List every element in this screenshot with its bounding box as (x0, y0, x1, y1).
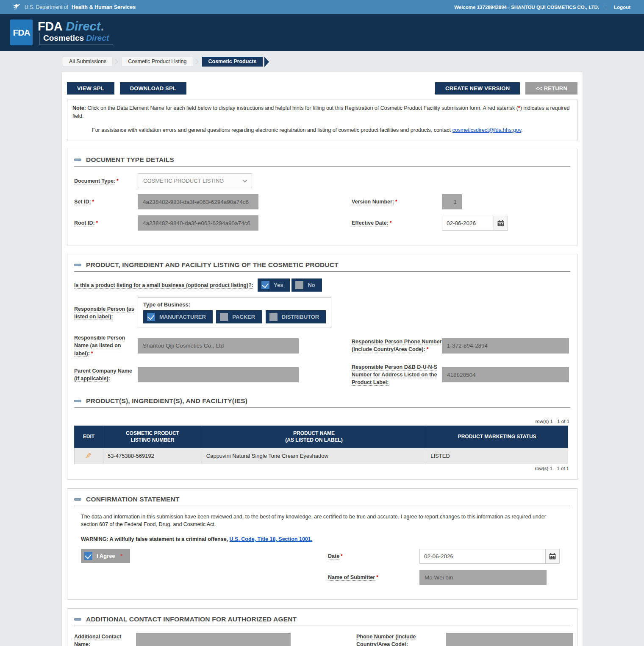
effective-date-label: Effective Date:* (352, 219, 442, 227)
instructions-note: Note: Click on the Data Element Name for… (67, 100, 577, 140)
app-title-period: . (100, 19, 104, 33)
section-title: PRODUCT, INGREDIENT AND FACILITY LISTING… (86, 261, 339, 269)
cell-product-name: Cappuvini Natural Single Tone Cream Eyes… (202, 448, 426, 464)
responsible-person-name-label: Responsible Person Name (as listed on la… (74, 334, 138, 357)
edit-pencil-icon[interactable]: ✎ (86, 451, 92, 460)
packer-label: PACKER (232, 314, 255, 320)
warning-text: WARNING: A willfully false statement is … (81, 536, 230, 542)
checkbox-checked-icon (147, 313, 155, 321)
packer-checkbox[interactable]: PACKER (216, 310, 262, 323)
small-business-no-checkbox[interactable]: No (291, 278, 322, 292)
name-of-submitter-field: Ma Wei bin (419, 570, 547, 585)
app-subtitle: Cosmetics Direct (39, 33, 113, 45)
collapse-section-icon[interactable] (74, 498, 81, 501)
no-label: No (308, 282, 315, 288)
breadcrumb-separator-icon (113, 59, 118, 64)
required-asterisk: * (91, 351, 93, 356)
note-text-before: Click on the Data Element Name for each … (86, 105, 518, 111)
responsible-person-duns-label: Responsible Person D&B D-U-N-S Number fo… (352, 363, 442, 386)
required-asterisk: * (92, 199, 94, 205)
us-code-link[interactable]: U.S. Code, Title 18, Section 1001. (230, 536, 313, 542)
type-of-business-label: Type of Business: (143, 301, 326, 308)
checkbox-checked-icon (261, 281, 269, 289)
calendar-icon[interactable] (494, 216, 508, 231)
breadcrumb-separator-icon (193, 59, 199, 64)
parent-company-field (138, 367, 299, 382)
required-asterisk: * (121, 553, 123, 559)
col-header-listing-number: COSMETIC PRODUCT LISTING NUMBER (103, 426, 202, 448)
products-subsection-title: PRODUCT(S), INGREDIENT(S), AND FACILITY(… (86, 397, 247, 405)
phone-number-field (446, 633, 573, 646)
breadcrumb-cosmetic-products[interactable]: Cosmetic Products (202, 57, 263, 67)
create-new-version-button[interactable]: CREATE NEW VERSION (435, 82, 520, 95)
phone-number-label: Phone Number (Include Country/Area Code)… (356, 633, 446, 646)
collapse-section-icon[interactable] (74, 618, 81, 621)
root-id-label: Root ID:* (74, 219, 138, 227)
i-agree-label: I Agree (97, 553, 115, 559)
name-of-submitter-label: Name of Submitter* (328, 574, 419, 581)
responsible-person-duns-field: 418820504 (442, 367, 569, 382)
row-count-top: row(s) 1 - 1 of 1 (75, 419, 569, 424)
return-button[interactable]: << RETURN (525, 82, 577, 95)
set-id-field: 4a238482-983f-da3f-e063-6294a90a74c6 (138, 194, 258, 209)
required-asterisk: * (390, 220, 392, 226)
distributor-label: DISTRIBUTOR (282, 314, 319, 320)
app-title: FDA Direct. (38, 20, 113, 33)
parent-company-label: Parent Company Name (if applicable): (74, 367, 138, 382)
document-type-select[interactable]: COSMETIC PRODUCT LISTING (138, 173, 252, 188)
breadcrumb: All Submissions Cosmetic Product Listing… (63, 57, 644, 67)
set-id-label: Set ID:* (74, 198, 138, 206)
collapse-section-icon[interactable] (74, 264, 81, 266)
confirmation-date-input[interactable] (419, 549, 546, 564)
table-row: ✎ 53-475388-569192 Cappuvini Natural Sin… (75, 448, 568, 464)
app-title-fda: FDA (38, 19, 62, 33)
row-count-bottom: row(s) 1 - 1 of 1 (75, 466, 569, 471)
i-agree-checkbox[interactable]: I Agree * (81, 549, 130, 563)
cosmeticsdirect-email-link[interactable]: cosmeticsdirect@fda.hhs.gov (452, 127, 521, 133)
effective-date-input[interactable] (442, 216, 494, 231)
breadcrumb-all-submissions[interactable]: All Submissions (63, 57, 113, 67)
breadcrumb-cosmetic-product-listing[interactable]: Cosmetic Product Listing (122, 57, 193, 67)
welcome-text: Welcome 13728942894 - SHANTOU QIJI COSME… (454, 5, 599, 10)
app-subtitle-cosmetics: Cosmetics (43, 33, 84, 42)
view-spl-button[interactable]: VIEW SPL (67, 82, 114, 95)
breadcrumb-arrow-icon (264, 57, 269, 67)
col-header-marketing-status: PRODUCT MARKETING STATUS (426, 426, 568, 448)
date-label: Date* (328, 552, 419, 560)
checkbox-unchecked-icon (220, 313, 228, 321)
section-product-listing: PRODUCT, INGREDIENT AND FACILITY LISTING… (67, 254, 577, 479)
collapse-section-icon[interactable] (74, 400, 81, 402)
small-business-label: Is this a product listing for a small bu… (74, 281, 253, 289)
confirmation-statement-text: The data and information in this submiss… (81, 513, 564, 529)
assistance-period: . (521, 127, 522, 133)
hhs-eagle-icon (12, 3, 21, 12)
hhs-utility-bar: U.S. Department of Health & Human Servic… (0, 0, 644, 14)
fda-brand-header: FDA FDA Direct. Cosmetics Direct (0, 14, 644, 51)
document-type-label: Document Type:* (74, 177, 138, 185)
main-form-card: VIEW SPL DOWNLOAD SPL CREATE NEW VERSION… (61, 72, 583, 646)
checkbox-checked-icon (84, 552, 92, 560)
checkbox-unchecked-icon (295, 281, 303, 289)
section-title: ADDITIONAL CONTACT INFORMATION FOR AUTHO… (86, 615, 297, 623)
app-title-direct: Direct (66, 19, 100, 33)
col-header-edit: EDIT (75, 426, 103, 448)
dept-prefix: U.S. Department of (25, 4, 68, 10)
document-type-value: COSMETIC PRODUCT LISTING (143, 178, 224, 184)
additional-contact-name-label: Additional Contact Name: (74, 633, 136, 646)
section-confirmation-statement: CONFIRMATION STATEMENT The data and info… (67, 488, 577, 600)
required-asterisk: * (395, 199, 397, 205)
responsible-person-phone-field: 1-372-894-2894 (442, 338, 569, 354)
manufacturer-checkbox[interactable]: MANUFACTURER (143, 310, 213, 323)
version-number-field: 1 (442, 194, 462, 209)
required-asterisk: * (427, 346, 429, 352)
calendar-icon[interactable] (546, 549, 560, 564)
distributor-checkbox[interactable]: DISTRIBUTOR (266, 310, 326, 323)
cell-marketing-status: LISTED (426, 448, 568, 464)
checkbox-unchecked-icon (269, 313, 278, 321)
form-toolbar: VIEW SPL DOWNLOAD SPL CREATE NEW VERSION… (67, 82, 577, 95)
download-spl-button[interactable]: DOWNLOAD SPL (120, 82, 186, 95)
logout-button[interactable]: Logout (606, 5, 638, 10)
small-business-yes-checkbox[interactable]: Yes (258, 278, 290, 292)
collapse-section-icon[interactable] (74, 159, 81, 161)
responsible-person-name-field: Shantou Qiji Cosmetics Co., Ltd (138, 338, 299, 354)
